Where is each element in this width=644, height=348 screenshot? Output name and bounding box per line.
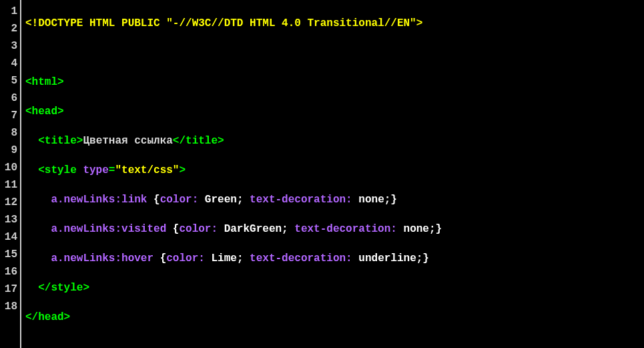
space (147, 194, 153, 206)
head-close-tag: </head> (25, 311, 70, 323)
line-number: 4 (3, 55, 17, 72)
css-selector: a.newLinks:visited (51, 223, 166, 235)
code-line[interactable] (25, 338, 640, 348)
doctype-close: > (416, 17, 423, 29)
doctype-open: <! (25, 17, 38, 29)
equals: = (109, 164, 115, 176)
space (153, 252, 160, 265)
code-line[interactable]: <html> (25, 73, 640, 91)
semicolon: ; (282, 223, 288, 235)
code-line[interactable]: </head> (25, 309, 640, 326)
attr-name: type (77, 164, 109, 176)
brace-open: { (173, 223, 180, 235)
style-open-end: > (179, 164, 186, 176)
code-line[interactable]: <!DOCTYPE HTML PUBLIC "-//W3C//DTD HTML … (25, 15, 640, 32)
space (160, 17, 167, 29)
code-line[interactable]: a.newLinks:visited {color: DarkGreen; te… (25, 220, 640, 238)
line-number: 16 (3, 263, 17, 281)
css-value: underline (352, 252, 416, 265)
indent (25, 282, 38, 294)
style-close-tag: </style> (38, 282, 89, 294)
css-prop: text-decoration: (243, 252, 352, 265)
line-number: 6 (3, 90, 17, 107)
line-number: 11 (3, 176, 17, 194)
code-line[interactable]: <head> (25, 103, 640, 120)
code-line[interactable]: a.newLinks:link {color: Green; text-deco… (25, 191, 640, 208)
attr-value: "text/css" (115, 164, 179, 176)
html-open-tag: <html> (25, 76, 64, 88)
indent (25, 223, 51, 235)
code-line[interactable]: <style type="text/css"> (25, 162, 640, 179)
css-prop: text-decoration: (243, 194, 352, 206)
line-number: 5 (3, 72, 17, 90)
line-number-gutter: 1 2 3 4 5 6 7 8 9 10 11 12 13 14 15 16 1… (0, 0, 20, 348)
title-close-tag: </title> (173, 135, 224, 147)
indent (25, 194, 51, 206)
css-value: DarkGreen (218, 223, 282, 235)
brace-close: } (422, 252, 429, 265)
head-open-tag: <head> (25, 106, 64, 118)
css-selector: a.newLinks:link (51, 194, 147, 206)
line-number: 17 (3, 281, 17, 298)
css-selector: a.newLinks:hover (51, 252, 153, 265)
css-prop: color: (179, 223, 218, 235)
semicolon: ; (429, 223, 436, 235)
css-value: none (397, 223, 429, 235)
code-line[interactable]: </style> (25, 279, 640, 297)
line-number: 12 (3, 194, 17, 211)
code-line[interactable]: a.newLinks:hover {color: Lime; text-deco… (25, 250, 640, 267)
doctype-name: DOCTYPE HTML PUBLIC (38, 17, 159, 29)
brace-close: } (436, 223, 442, 235)
css-value: Green (198, 194, 237, 206)
title-open-tag: <title> (38, 135, 83, 147)
space (166, 223, 173, 235)
brace-open: { (153, 194, 160, 206)
line-number: 2 (3, 20, 17, 37)
css-value: Lime (205, 252, 237, 265)
line-number: 7 (3, 107, 17, 124)
css-prop: color: (166, 252, 205, 265)
css-value: none (352, 194, 384, 206)
style-open-start: <style (38, 164, 77, 176)
title-text: Цветная ссылка (83, 135, 172, 147)
line-number: 9 (3, 142, 17, 159)
line-number: 1 (3, 3, 17, 20)
semicolon: ; (384, 194, 391, 206)
line-number: 3 (3, 37, 17, 55)
indent (25, 252, 51, 265)
css-prop: color: (160, 194, 199, 206)
line-number: 13 (3, 211, 17, 228)
brace-close: } (390, 194, 397, 206)
line-number: 18 (3, 298, 17, 315)
css-prop: text-decoration: (288, 223, 397, 235)
code-line[interactable]: <title>Цветная ссылка</title> (25, 132, 640, 150)
line-number: 8 (3, 124, 17, 142)
code-editor[interactable]: <!DOCTYPE HTML PUBLIC "-//W3C//DTD HTML … (21, 0, 644, 348)
code-line[interactable] (25, 44, 640, 61)
semicolon: ; (416, 252, 423, 265)
indent (25, 164, 38, 176)
doctype-dtd: "-//W3C//DTD HTML 4.0 Transitional//EN" (166, 17, 416, 29)
indent (25, 135, 38, 147)
line-number: 15 (3, 246, 17, 263)
brace-open: { (160, 252, 167, 265)
line-number: 10 (3, 159, 17, 176)
line-number: 14 (3, 228, 17, 246)
